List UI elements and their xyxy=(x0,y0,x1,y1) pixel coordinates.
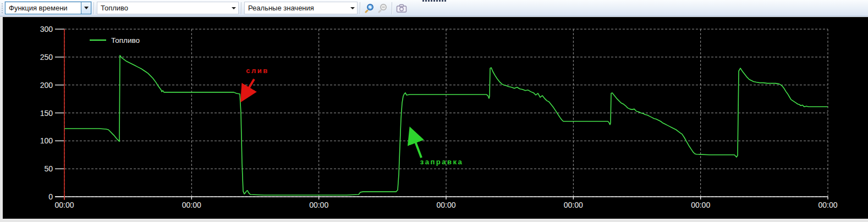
y-axis-label: 50 xyxy=(44,164,53,173)
annotation-zapravka: заправка xyxy=(410,129,463,166)
x-axis-label: 00:00 xyxy=(691,201,710,209)
y-axis-label: 250 xyxy=(40,53,53,62)
gridlines: 05010015020025030000:0000:0000:0000:0000… xyxy=(40,25,838,209)
time-function-dropdown[interactable]: Функция времени xyxy=(5,2,91,14)
x-axis-label: 00:00 xyxy=(182,201,201,209)
toolbar: Функция времени Топливо Реальные значени… xyxy=(0,0,868,16)
chevron-down-icon[interactable] xyxy=(348,7,357,9)
fuel-monitor-window: Функция времени Топливо Реальные значени… xyxy=(0,0,868,222)
chart-plot-area[interactable]: 05010015020025030000:0000:0000:0000:0000… xyxy=(3,16,868,219)
toolbar-gripper-icon[interactable] xyxy=(1,3,3,13)
x-axis-label: 00:00 xyxy=(54,201,74,209)
annotation-sliv: слив xyxy=(241,66,269,101)
chart-panel: 05010015020025030000:0000:0000:0000:0000… xyxy=(0,16,868,222)
zoom-in-button[interactable] xyxy=(364,2,376,14)
x-axis-label: 00:00 xyxy=(309,201,328,209)
toolbar-separator xyxy=(360,2,361,14)
time-function-value: Функция времени xyxy=(6,4,81,12)
x-axis-label: 00:00 xyxy=(564,201,583,209)
y-axis-label: 0 xyxy=(48,192,53,201)
parameter-value: Топливо xyxy=(97,4,229,12)
camera-button[interactable] xyxy=(395,2,408,14)
parameter-dropdown[interactable]: Топливо xyxy=(97,2,239,14)
camera-icon xyxy=(396,4,407,13)
values-mode-value: Реальные значения xyxy=(245,4,348,12)
zoom-out-icon xyxy=(378,3,388,13)
toolbar-separator xyxy=(94,2,95,14)
toolbar-separator xyxy=(392,2,393,14)
y-axis-label: 150 xyxy=(40,109,53,118)
zoom-in-icon xyxy=(365,3,375,13)
legend: Топливо xyxy=(90,36,140,45)
x-axis-label: 00:00 xyxy=(436,201,455,209)
annotation-text: заправка xyxy=(420,158,463,166)
toolbar-separator xyxy=(241,2,242,14)
zoom-out-button[interactable] xyxy=(377,2,389,14)
legend-label: Топливо xyxy=(111,36,140,45)
y-axis-label: 300 xyxy=(40,25,53,34)
values-mode-dropdown[interactable]: Реальные значения xyxy=(244,2,358,14)
y-axis-label: 200 xyxy=(40,81,53,90)
chevron-down-icon[interactable] xyxy=(81,2,91,14)
fuel-chart[interactable]: 05010015020025030000:0000:0000:0000:0000… xyxy=(3,17,868,219)
annotation-text: слив xyxy=(246,66,268,75)
toolbar-drag-dots-icon[interactable] xyxy=(422,0,446,2)
x-axis-label: 00:00 xyxy=(818,201,837,209)
y-axis-label: 100 xyxy=(40,136,53,145)
chevron-down-icon[interactable] xyxy=(229,7,238,9)
